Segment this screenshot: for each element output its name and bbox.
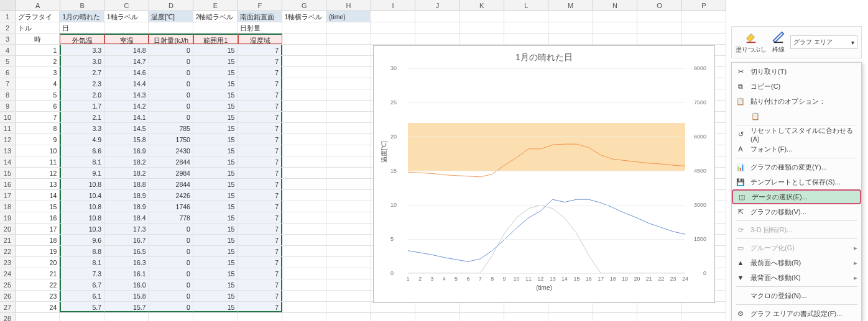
empty-cell[interactable] <box>327 34 371 44</box>
cell-width[interactable]: 7 <box>238 112 282 122</box>
series-外気温[interactable] <box>408 199 685 261</box>
cell-width[interactable]: 7 <box>238 45 282 55</box>
empty-cell[interactable] <box>326 246 371 256</box>
col-header-D[interactable]: D <box>149 0 193 11</box>
empty-cell[interactable] <box>326 224 371 234</box>
chart-title[interactable]: 1月の晴れた日 <box>383 52 705 63</box>
cell-time[interactable]: 18 <box>16 235 60 245</box>
empty-cell[interactable] <box>504 313 548 321</box>
empty-cell[interactable] <box>282 56 326 66</box>
empty-cell[interactable] <box>504 22 548 33</box>
cell-width[interactable]: 7 <box>238 291 282 301</box>
empty-cell[interactable] <box>282 179 326 189</box>
chart-element-dropdown[interactable]: グラフ エリア ▾ <box>790 35 857 49</box>
menu-bring-front[interactable]: ▲最前面へ移動(R)▸ <box>732 255 861 270</box>
empty-cell[interactable] <box>282 101 326 111</box>
empty-cell[interactable] <box>326 179 371 189</box>
col-header-M[interactable]: M <box>548 0 593 11</box>
label-cell[interactable]: 南面鉛直面日射量[kJ/h・㎡] <box>238 11 282 22</box>
row-header[interactable]: 4 <box>0 45 16 55</box>
row-header[interactable]: 20 <box>0 224 16 234</box>
empty-cell[interactable] <box>282 145 326 156</box>
cell-solar[interactable]: 1750 <box>149 134 193 145</box>
cell-room[interactable]: 18.9 <box>104 201 149 212</box>
cell-time[interactable]: 4 <box>16 78 60 89</box>
empty-cell[interactable] <box>326 89 371 100</box>
empty-cell[interactable] <box>504 302 548 312</box>
cell-width[interactable]: 7 <box>238 78 282 89</box>
col-header-K[interactable]: K <box>460 0 504 11</box>
empty-cell[interactable] <box>681 313 726 321</box>
cell-time[interactable]: 19 <box>16 246 60 256</box>
empty-cell[interactable] <box>282 134 326 145</box>
cell-solar[interactable]: 2430 <box>149 145 193 156</box>
cell-outdoor[interactable]: 10.8 <box>60 212 104 223</box>
cell-room[interactable]: 16.7 <box>104 235 149 245</box>
cell-range[interactable]: 15 <box>193 78 238 89</box>
cell-outdoor[interactable]: 8.1 <box>60 257 104 268</box>
cell-solar[interactable]: 0 <box>149 268 193 279</box>
empty-cell[interactable] <box>504 34 548 44</box>
empty-cell[interactable] <box>193 313 238 321</box>
cell-outdoor[interactable]: 8.8 <box>60 246 104 256</box>
cell-room[interactable]: 18.2 <box>104 168 149 178</box>
cell-width[interactable]: 7 <box>238 302 282 312</box>
cell-room[interactable]: 18.2 <box>104 156 149 167</box>
row-header[interactable]: 11 <box>0 123 16 133</box>
row-header[interactable]: 13 <box>0 145 16 156</box>
cell-range[interactable]: 15 <box>193 302 238 312</box>
empty-cell[interactable] <box>326 291 371 301</box>
empty-cell[interactable] <box>282 212 326 223</box>
outline-button[interactable]: 枠線 <box>772 30 785 54</box>
empty-cell[interactable] <box>282 224 326 234</box>
cell-width[interactable]: 7 <box>238 123 282 133</box>
cell-outdoor[interactable]: 2.3 <box>60 78 104 89</box>
empty-cell[interactable] <box>282 302 326 312</box>
menu-cut[interactable]: ✂切り取り(T) <box>732 64 861 79</box>
row-header[interactable]: 7 <box>0 78 16 89</box>
row-header[interactable]: 26 <box>0 291 16 301</box>
cell-room[interactable]: 16.0 <box>104 279 149 290</box>
empty-cell[interactable] <box>149 22 193 33</box>
cell-range[interactable]: 15 <box>193 123 238 133</box>
cell-time[interactable]: 10 <box>16 145 60 156</box>
row-header[interactable]: 17 <box>0 190 16 201</box>
select-all-corner[interactable] <box>0 0 16 11</box>
empty-cell[interactable] <box>549 34 593 44</box>
chart-plot-area[interactable]: 温度[℃] 0510152025300150030004500600075009… <box>408 68 685 273</box>
cell-width[interactable]: 7 <box>238 101 282 111</box>
cell-width[interactable]: 7 <box>238 145 282 156</box>
cell-time[interactable]: 5 <box>16 89 60 100</box>
col-header-L[interactable]: L <box>504 0 548 11</box>
empty-cell[interactable] <box>326 67 371 78</box>
empty-cell[interactable] <box>282 291 326 301</box>
cell-outdoor[interactable]: 6.6 <box>60 145 104 156</box>
empty-cell[interactable] <box>326 101 371 111</box>
cell-range[interactable]: 15 <box>193 145 238 156</box>
col-header-I[interactable]: I <box>371 0 415 11</box>
cell-width[interactable]: 7 <box>238 89 282 100</box>
chart-container[interactable]: 1月の晴れた日 温度[℃] 05101520253001500300045006… <box>373 45 715 303</box>
empty-cell[interactable] <box>282 313 326 321</box>
cell-room[interactable]: 18.8 <box>104 179 149 189</box>
empty-cell[interactable] <box>548 313 593 321</box>
menu-font[interactable]: Aフォント(F)... <box>732 142 861 156</box>
cell-range[interactable]: 15 <box>193 268 238 279</box>
cell-range[interactable]: 15 <box>193 291 238 301</box>
cell-range[interactable]: 15 <box>193 201 238 212</box>
row-header[interactable]: 6 <box>0 67 16 78</box>
label-cell[interactable]: 温度[℃] <box>149 11 193 22</box>
empty-cell[interactable] <box>282 235 326 245</box>
empty-cell[interactable] <box>326 190 371 201</box>
cell-range[interactable]: 15 <box>193 67 238 78</box>
empty-cell[interactable] <box>193 22 238 33</box>
row-header[interactable]: 8 <box>0 89 16 100</box>
empty-cell[interactable] <box>60 22 104 33</box>
row-header[interactable]: 12 <box>0 134 16 145</box>
cell-outdoor[interactable]: 10.4 <box>60 190 104 201</box>
empty-cell[interactable] <box>282 257 326 268</box>
empty-cell[interactable] <box>326 268 371 279</box>
empty-cell[interactable] <box>681 11 726 22</box>
cell-range[interactable]: 15 <box>193 156 238 167</box>
row-header[interactable]: 10 <box>0 112 16 122</box>
